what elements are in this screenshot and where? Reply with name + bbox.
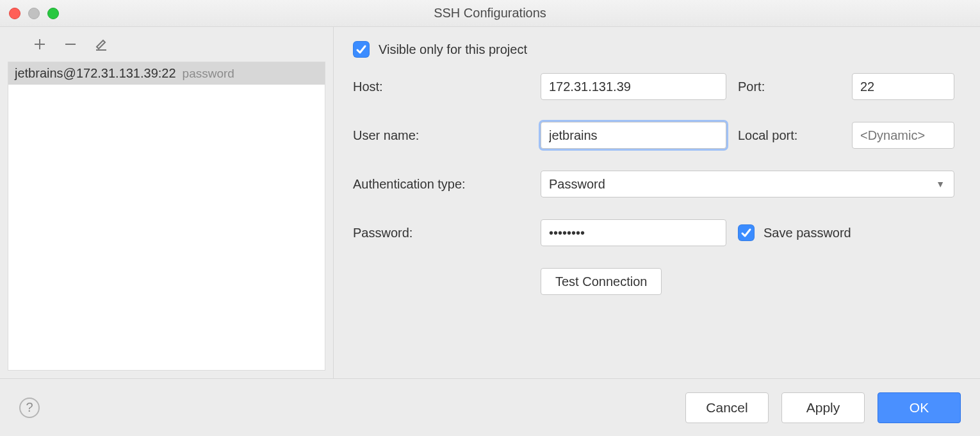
apply-button[interactable]: Apply: [781, 392, 865, 423]
visible-only-label: Visible only for this project: [379, 42, 527, 57]
titlebar: SSH Configurations: [0, 0, 980, 27]
port-input[interactable]: [852, 73, 954, 100]
password-label: Password:: [353, 226, 529, 240]
close-window-icon[interactable]: [9, 8, 20, 19]
chevron-down-icon: ▼: [936, 179, 945, 189]
config-list-panel: jetbrains@172.31.131.39:22 password: [0, 27, 334, 378]
username-label: User name:: [353, 128, 529, 143]
config-form: Visible only for this project Host: Port…: [334, 27, 980, 378]
host-label: Host:: [353, 80, 529, 94]
add-icon[interactable]: [32, 37, 47, 52]
zoom-window-icon[interactable]: [47, 8, 59, 19]
config-list-toolbar: [0, 27, 333, 62]
authtype-label: Authentication type:: [353, 177, 529, 192]
window-controls: [9, 8, 59, 19]
visible-only-checkbox[interactable]: [353, 41, 370, 58]
ok-button[interactable]: OK: [878, 392, 961, 423]
password-input[interactable]: [541, 219, 726, 246]
minimize-window-icon[interactable]: [28, 8, 40, 19]
edit-icon[interactable]: [94, 37, 109, 52]
authtype-value: Password: [549, 177, 605, 192]
remove-icon[interactable]: [63, 37, 78, 52]
save-password-checkbox[interactable]: [738, 224, 755, 241]
host-input[interactable]: [541, 73, 726, 100]
localport-input[interactable]: [852, 122, 954, 149]
config-list-item-label: jetbrains@172.31.131.39:22: [15, 66, 176, 81]
config-list-item-hint: password: [183, 67, 234, 81]
cancel-button[interactable]: Cancel: [685, 392, 769, 423]
test-connection-button[interactable]: Test Connection: [541, 268, 662, 295]
username-input[interactable]: [541, 122, 726, 149]
save-password-label: Save password: [764, 226, 851, 240]
localport-label: Local port:: [738, 128, 840, 143]
authtype-select[interactable]: Password ▼: [541, 171, 954, 197]
dialog-body: jetbrains@172.31.131.39:22 password Visi…: [0, 27, 980, 378]
help-icon[interactable]: ?: [19, 398, 40, 418]
config-list[interactable]: jetbrains@172.31.131.39:22 password: [8, 62, 325, 371]
dialog-footer: ? Cancel Apply OK: [0, 378, 980, 436]
config-list-item[interactable]: jetbrains@172.31.131.39:22 password: [8, 62, 325, 85]
port-label: Port:: [738, 80, 840, 94]
window-title: SSH Configurations: [434, 6, 546, 21]
